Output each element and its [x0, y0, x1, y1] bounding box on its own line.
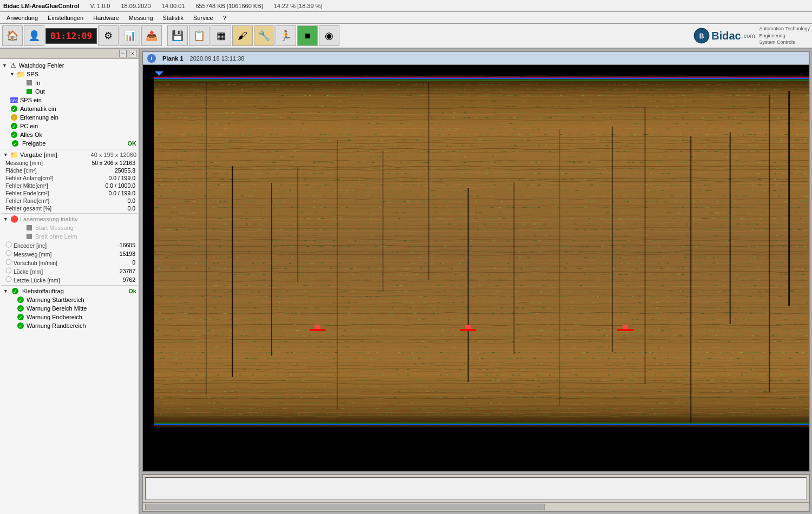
toolbar-brush-button[interactable]: 🖌 — [232, 25, 253, 46]
panel-pin-button[interactable]: ─ — [119, 50, 127, 57]
tree-freigabe[interactable]: ✓ Freigabe OK — [1, 139, 137, 148]
tree-warnung-randbereich[interactable]: ✓ Warnung Randbereich — [1, 321, 137, 330]
data-messweg: Messweg [mm] 15198 — [1, 249, 137, 258]
svg-point-15 — [6, 251, 11, 256]
menu-einstellungen[interactable]: Einstellungen — [43, 14, 88, 22]
toolbar-user-button[interactable]: 👤 — [24, 25, 44, 46]
scan-area — [143, 65, 809, 471]
svg-point-16 — [6, 259, 11, 265]
svg-point-17 — [6, 268, 11, 273]
data-flaeche: Fläche [cm²] 25055.8 — [1, 167, 137, 174]
toolbar-export-button[interactable]: 📤 — [141, 25, 162, 46]
svg-text:✓: ✓ — [18, 298, 23, 303]
bottom-panel — [142, 474, 810, 512]
svg-point-14 — [6, 242, 11, 247]
tree-vorgabe-group[interactable]: ▼ 📁 Vorgabe [mm] 40 x 199 x 12060 — [1, 150, 137, 159]
version-info: V. 1.0.0 — [90, 3, 110, 9]
menu-hardware[interactable]: Hardware — [89, 14, 123, 22]
svg-text:✓: ✓ — [12, 107, 16, 112]
left-panel: ─ × ▼ ⚠ Watchdog Fehler ▼ 📁 SPS In — [0, 49, 140, 514]
toolbar-wrench-button[interactable]: 🔧 — [254, 25, 274, 46]
scrollbar-thumb[interactable] — [145, 504, 545, 510]
logo-text: Bidac — [711, 30, 741, 42]
toolbar: 🏠 👤 01:12:09 ⚙ 📊 📤 💾 📋 ▦ 🖌 🔧 🏃 ■ ◉ B Bid… — [0, 24, 812, 49]
data-vorschub: Vorschub [m/min] 0 — [1, 258, 137, 267]
tree-sps-in[interactable]: In — [1, 78, 137, 87]
menu-bar: Anwendung Einstellungen Hardware Messung… — [0, 12, 812, 24]
svg-text:✓: ✓ — [12, 133, 16, 138]
scan-canvas — [143, 65, 809, 471]
date-info: 18.09.2020 — [121, 3, 150, 9]
svg-text:!: ! — [14, 115, 15, 121]
scroll-area[interactable] — [145, 477, 807, 500]
tree-watchdog[interactable]: ▼ ⚠ Watchdog Fehler — [1, 61, 137, 70]
tree-container: ▼ ⚠ Watchdog Fehler ▼ 📁 SPS In Out — [0, 59, 139, 332]
data-fehler-rand: Fehler Rand[cm²] 0.0 — [1, 197, 137, 205]
bidac-logo-icon: B — [693, 27, 710, 44]
svg-text:✓: ✓ — [12, 124, 16, 129]
svg-text:✓: ✓ — [13, 289, 17, 294]
viewer-info-icon: i — [147, 54, 156, 63]
menu-help[interactable]: ? — [219, 14, 231, 22]
logo-com: .com — [742, 32, 755, 39]
svg-text:SPS: SPS — [10, 99, 18, 103]
toolbar-home-button[interactable]: 🏠 — [2, 25, 23, 46]
horizontal-scrollbar[interactable] — [143, 502, 809, 511]
image-viewer: i Plank 1 2020.09.18 13:11:38 — [142, 51, 810, 472]
tree-sps-group[interactable]: ▼ 📁 SPS — [1, 70, 137, 78]
data-fehler-mitte: Fehler Mitte[cm²] 0.0 / 1000.0 — [1, 182, 137, 189]
tree-brett-ohne-leim[interactable]: Brett ohne Leim — [1, 232, 137, 241]
time-info: 14:00:01 — [162, 3, 185, 9]
data-encoder: Encoder [inc] -16605 — [1, 241, 137, 249]
toolbar-save-button[interactable]: 💾 — [167, 25, 188, 46]
logo-subtitle: Automation Technology Engineering System… — [759, 25, 810, 46]
toolbar-grid-button[interactable]: ▦ — [211, 25, 231, 46]
cpu-info: 14.22 % [18.39 %] — [274, 3, 323, 9]
tree-warnung-startbereich[interactable]: ✓ Warnung Startbereich — [1, 295, 137, 304]
right-content: i Plank 1 2020.09.18 13:11:38 — [140, 49, 812, 514]
data-letzte-luecke: Letzte Lücke [mm] 9762 — [1, 275, 137, 284]
viewer-timestamp: 2020.09.18 13:11:38 — [190, 55, 245, 62]
tree-erkennung-ein[interactable]: ! Erkennung ein — [1, 113, 137, 122]
panel-close-button[interactable]: × — [129, 50, 136, 57]
menu-statistik[interactable]: Statistik — [159, 14, 188, 22]
menu-service[interactable]: Service — [189, 14, 218, 22]
toolbar-green-button[interactable]: ■ — [297, 25, 318, 46]
toolbar-stats-button[interactable]: 📊 — [120, 25, 140, 46]
data-fehler-ende: Fehler Ende[cm²] 0.0 / 199.0 — [1, 189, 137, 197]
viewer-plank-label: Plank 1 — [162, 55, 184, 62]
toolbar-config-button[interactable]: ⚙ — [98, 25, 119, 46]
bidac-logo: B Bidac .com Automation Technology Engin… — [693, 25, 810, 46]
svg-point-18 — [6, 276, 11, 282]
title-bar: Bidac LM-AreaGlueControl V. 1.0.0 18.09.… — [0, 0, 812, 12]
menu-messung[interactable]: Messung — [125, 14, 158, 22]
tree-alles-ok[interactable]: ✓ Alles Ok — [1, 130, 137, 139]
memory-info: 655748 KB [1061660 KB] — [195, 3, 263, 9]
svg-text:✓: ✓ — [13, 141, 17, 147]
tree-sps-ein[interactable]: SPS SPS ein — [1, 96, 137, 104]
data-messung: Messung [mm] 50 x 206 x 12163 — [1, 159, 137, 167]
toolbar-copy-button[interactable]: 📋 — [189, 25, 209, 46]
tree-laser-group[interactable]: ▼ 🔴 Lasermessung inaktiv — [1, 215, 137, 223]
tree-pc-ein[interactable]: ✓ PC ein — [1, 122, 137, 130]
data-fehler-anfang: Fehler Anfang[cm²] 0.0 / 199.0 — [1, 174, 137, 182]
panel-header: ─ × — [0, 49, 139, 59]
tree-automatik-ein[interactable]: ✓ Automatik ein — [1, 104, 137, 113]
tree-sps-out[interactable]: Out — [1, 87, 137, 96]
tree-warnung-endbereich[interactable]: ✓ Warnung Endbereich — [1, 313, 137, 321]
viewer-header: i Plank 1 2020.09.18 13:11:38 — [143, 52, 809, 65]
svg-text:B: B — [699, 32, 704, 40]
data-luecke: Lücke [mm] 23787 — [1, 267, 137, 275]
toolbar-timer: 01:12:09 — [45, 28, 97, 44]
tree-klebstoff-group[interactable]: ▼ ✓ Klebstoffauftrag Ok — [1, 287, 137, 295]
tree-start-messung[interactable]: Start Messung — [1, 223, 137, 232]
toolbar-indicator-button[interactable]: ◉ — [319, 25, 339, 46]
svg-text:✓: ✓ — [18, 315, 23, 320]
menu-anwendung[interactable]: Anwendung — [2, 14, 42, 22]
data-fehler-gesamt: Fehler gesamt [%] 0.0 — [1, 205, 137, 212]
svg-text:✓: ✓ — [18, 324, 23, 329]
main-area: ─ × ▼ ⚠ Watchdog Fehler ▼ 📁 SPS In — [0, 49, 812, 514]
toolbar-run-button[interactable]: 🏃 — [276, 25, 296, 46]
tree-warnung-bereich-mitte[interactable]: ✓ Warnung Bereich Mitte — [1, 304, 137, 313]
app-title: Bidac LM-AreaGlueControl — [3, 3, 80, 9]
